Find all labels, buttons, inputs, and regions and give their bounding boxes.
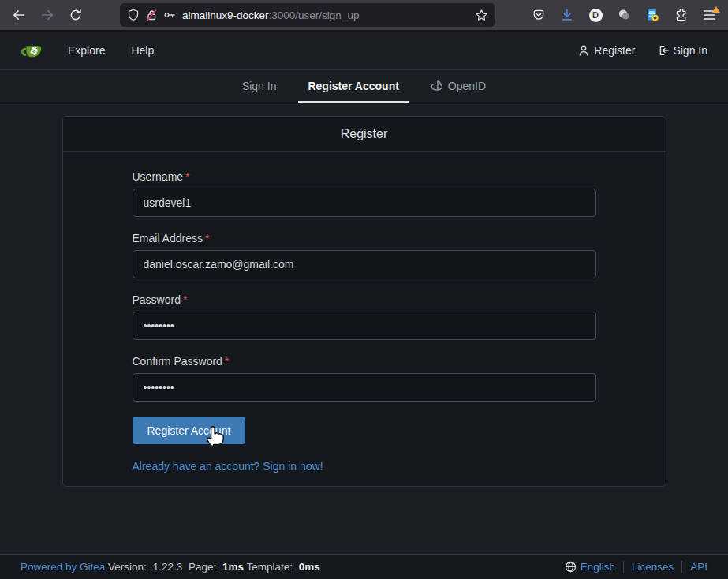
- powered-by-gitea-link[interactable]: Powered by Gitea: [21, 561, 105, 573]
- nav-signin-label: Sign In: [673, 44, 707, 57]
- password-label-text: Password: [133, 293, 181, 306]
- back-button[interactable]: [6, 3, 32, 27]
- browser-toolbar: almalinux9-docker:3000/user/sign_up D: [0, 0, 728, 32]
- username-label: Username*: [133, 170, 596, 183]
- tab-sign-in-label: Sign In: [242, 80, 277, 92]
- language-selector[interactable]: English: [565, 561, 615, 573]
- template-time-value: 0ms: [299, 561, 320, 573]
- nav-explore-label: Explore: [68, 44, 105, 57]
- signin-now-link[interactable]: Already have an account? Sign in now!: [133, 460, 323, 473]
- nav-help[interactable]: Help: [131, 44, 154, 57]
- username-label-text: Username: [133, 170, 184, 183]
- register-card: Register Username* Email Address* Passwo…: [62, 116, 666, 487]
- gitea-mug-icon: [21, 39, 43, 62]
- tab-openid[interactable]: OpenID: [421, 70, 495, 103]
- username-input[interactable]: [133, 189, 596, 217]
- shield-icon[interactable]: [127, 9, 140, 21]
- url-bar[interactable]: almalinux9-docker:3000/user/sign_up: [120, 3, 495, 27]
- username-field-group: Username*: [133, 170, 596, 217]
- version-value: 1.22.3: [153, 561, 183, 573]
- password-field-group: Password*: [133, 293, 596, 340]
- licenses-link[interactable]: Licenses: [632, 561, 674, 573]
- menu-hamburger-icon[interactable]: [696, 3, 722, 27]
- extension-d-icon[interactable]: D: [583, 3, 608, 27]
- footer-divider: [681, 561, 682, 573]
- confirm-password-input[interactable]: [133, 373, 596, 402]
- email-label: Email Address*: [133, 232, 596, 245]
- page-content: Register Username* Email Address* Passwo…: [0, 103, 728, 487]
- confirm-password-label: Confirm Password*: [133, 355, 596, 368]
- nav-help-label: Help: [131, 44, 154, 57]
- tab-register-label: Register Account: [308, 80, 398, 92]
- key-icon[interactable]: [163, 9, 177, 21]
- extension-doc-icon[interactable]: [640, 3, 665, 27]
- card-header: Register: [63, 117, 666, 152]
- required-mark: *: [225, 355, 229, 368]
- bookmark-star-icon[interactable]: [475, 9, 488, 22]
- email-label-text: Email Address: [133, 232, 203, 245]
- person-icon: [577, 44, 590, 57]
- insecure-lock-icon[interactable]: [145, 9, 158, 21]
- email-field-group: Email Address*: [133, 232, 596, 278]
- api-link[interactable]: API: [690, 561, 707, 573]
- footer-left: Powered by Gitea Version: 1.22.3 Page: 1…: [21, 561, 320, 573]
- register-form: Username* Email Address* Password* Confi…: [63, 152, 666, 486]
- forward-arrow-icon: [39, 7, 55, 23]
- update-badge: [712, 6, 720, 13]
- tab-register-account[interactable]: Register Account: [298, 70, 408, 103]
- tab-sign-in[interactable]: Sign In: [233, 70, 286, 103]
- tab-openid-label: OpenID: [448, 80, 486, 92]
- required-mark: *: [183, 293, 187, 306]
- required-mark: *: [205, 232, 209, 245]
- auth-tabbar: Sign In Register Account OpenID: [0, 70, 728, 103]
- register-account-button[interactable]: Register Account: [133, 417, 246, 444]
- url-text[interactable]: almalinux9-docker:3000/user/sign_up: [182, 9, 469, 21]
- sign-in-icon: [656, 44, 669, 57]
- footer-divider: [623, 561, 624, 573]
- password-input[interactable]: [133, 312, 596, 340]
- reload-icon: [69, 8, 83, 22]
- downloads-icon[interactable]: [554, 3, 580, 27]
- navbar-right: Register Sign In: [577, 44, 707, 57]
- email-input[interactable]: [133, 250, 596, 278]
- language-label: English: [581, 561, 615, 573]
- screen: almalinux9-docker:3000/user/sign_up D: [0, 0, 728, 579]
- site-navbar: Explore Help Register Sign In: [0, 32, 728, 70]
- nav-register[interactable]: Register: [577, 44, 635, 57]
- nav-register-label: Register: [594, 44, 635, 57]
- required-mark: *: [185, 170, 189, 183]
- url-path: :3000/user/sign_up: [269, 9, 360, 21]
- forward-button[interactable]: [35, 3, 60, 27]
- reload-button[interactable]: [63, 3, 88, 27]
- confirm-password-field-group: Confirm Password*: [133, 355, 596, 402]
- nav-signin[interactable]: Sign In: [656, 44, 707, 57]
- password-label: Password*: [133, 293, 596, 306]
- gitea-logo[interactable]: [21, 39, 43, 62]
- page-time-value: 1ms: [222, 561, 244, 573]
- openid-icon: [431, 79, 444, 92]
- confirm-password-label-text: Confirm Password: [133, 355, 222, 368]
- page-time-label: Page:: [189, 561, 216, 573]
- nav-explore[interactable]: Explore: [68, 44, 105, 57]
- footer-right: English Licenses API: [565, 561, 707, 573]
- globe-icon: [565, 561, 577, 573]
- extensions-puzzle-icon[interactable]: [668, 3, 693, 27]
- pocket-icon[interactable]: [526, 3, 551, 27]
- site-footer: Powered by Gitea Version: 1.22.3 Page: 1…: [0, 554, 728, 579]
- card-title: Register: [341, 127, 388, 141]
- url-host: almalinux9-docker: [182, 9, 269, 21]
- d-letter-badge: D: [589, 9, 603, 22]
- toolbar-extensions-area: D: [523, 3, 722, 27]
- back-arrow-icon: [11, 7, 27, 23]
- template-time-label: Template:: [247, 561, 293, 573]
- version-label: Version:: [108, 561, 147, 573]
- extension-blob-icon[interactable]: [611, 3, 637, 27]
